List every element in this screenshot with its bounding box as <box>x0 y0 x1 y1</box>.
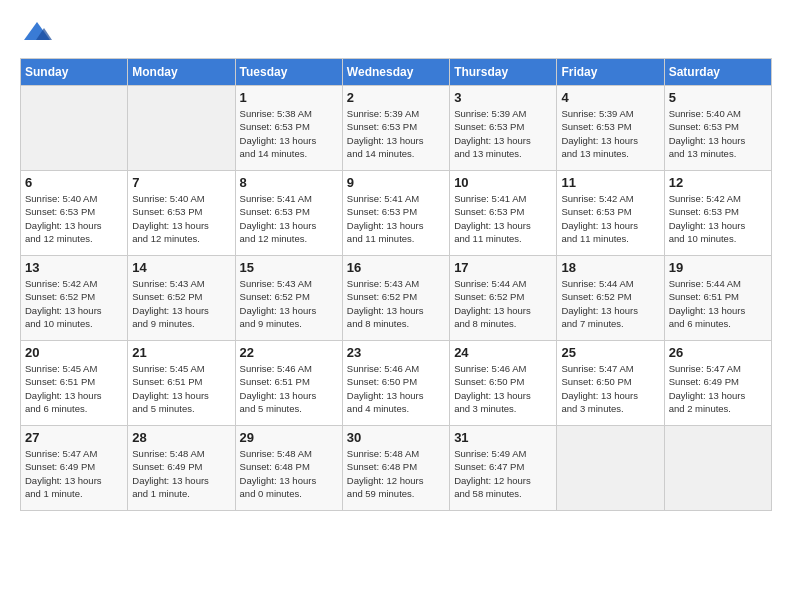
calendar-cell: 5Sunrise: 5:40 AM Sunset: 6:53 PM Daylig… <box>664 86 771 171</box>
calendar-cell: 23Sunrise: 5:46 AM Sunset: 6:50 PM Dayli… <box>342 341 449 426</box>
day-info: Sunrise: 5:45 AM Sunset: 6:51 PM Dayligh… <box>132 362 230 415</box>
calendar-header: SundayMondayTuesdayWednesdayThursdayFrid… <box>21 59 772 86</box>
day-info: Sunrise: 5:39 AM Sunset: 6:53 PM Dayligh… <box>454 107 552 160</box>
calendar-cell: 16Sunrise: 5:43 AM Sunset: 6:52 PM Dayli… <box>342 256 449 341</box>
day-info: Sunrise: 5:47 AM Sunset: 6:49 PM Dayligh… <box>669 362 767 415</box>
calendar-week-row: 13Sunrise: 5:42 AM Sunset: 6:52 PM Dayli… <box>21 256 772 341</box>
calendar-cell <box>128 86 235 171</box>
calendar-week-row: 6Sunrise: 5:40 AM Sunset: 6:53 PM Daylig… <box>21 171 772 256</box>
day-info: Sunrise: 5:45 AM Sunset: 6:51 PM Dayligh… <box>25 362 123 415</box>
day-info: Sunrise: 5:42 AM Sunset: 6:52 PM Dayligh… <box>25 277 123 330</box>
calendar-cell: 28Sunrise: 5:48 AM Sunset: 6:49 PM Dayli… <box>128 426 235 511</box>
calendar-cell: 12Sunrise: 5:42 AM Sunset: 6:53 PM Dayli… <box>664 171 771 256</box>
day-number: 15 <box>240 260 338 275</box>
calendar-week-row: 1Sunrise: 5:38 AM Sunset: 6:53 PM Daylig… <box>21 86 772 171</box>
day-info: Sunrise: 5:40 AM Sunset: 6:53 PM Dayligh… <box>669 107 767 160</box>
day-number: 23 <box>347 345 445 360</box>
calendar-cell: 21Sunrise: 5:45 AM Sunset: 6:51 PM Dayli… <box>128 341 235 426</box>
day-number: 29 <box>240 430 338 445</box>
day-info: Sunrise: 5:42 AM Sunset: 6:53 PM Dayligh… <box>561 192 659 245</box>
day-info: Sunrise: 5:47 AM Sunset: 6:49 PM Dayligh… <box>25 447 123 500</box>
day-number: 26 <box>669 345 767 360</box>
day-number: 21 <box>132 345 230 360</box>
calendar-cell: 14Sunrise: 5:43 AM Sunset: 6:52 PM Dayli… <box>128 256 235 341</box>
calendar-cell: 9Sunrise: 5:41 AM Sunset: 6:53 PM Daylig… <box>342 171 449 256</box>
calendar-cell: 19Sunrise: 5:44 AM Sunset: 6:51 PM Dayli… <box>664 256 771 341</box>
calendar-cell: 29Sunrise: 5:48 AM Sunset: 6:48 PM Dayli… <box>235 426 342 511</box>
day-number: 1 <box>240 90 338 105</box>
calendar-week-row: 27Sunrise: 5:47 AM Sunset: 6:49 PM Dayli… <box>21 426 772 511</box>
day-number: 8 <box>240 175 338 190</box>
calendar-cell <box>664 426 771 511</box>
day-number: 28 <box>132 430 230 445</box>
day-info: Sunrise: 5:46 AM Sunset: 6:50 PM Dayligh… <box>454 362 552 415</box>
calendar-cell: 8Sunrise: 5:41 AM Sunset: 6:53 PM Daylig… <box>235 171 342 256</box>
calendar-cell: 24Sunrise: 5:46 AM Sunset: 6:50 PM Dayli… <box>450 341 557 426</box>
day-info: Sunrise: 5:38 AM Sunset: 6:53 PM Dayligh… <box>240 107 338 160</box>
day-number: 17 <box>454 260 552 275</box>
weekday-header-monday: Monday <box>128 59 235 86</box>
day-number: 14 <box>132 260 230 275</box>
day-info: Sunrise: 5:44 AM Sunset: 6:51 PM Dayligh… <box>669 277 767 330</box>
calendar-cell: 2Sunrise: 5:39 AM Sunset: 6:53 PM Daylig… <box>342 86 449 171</box>
day-number: 18 <box>561 260 659 275</box>
day-info: Sunrise: 5:47 AM Sunset: 6:50 PM Dayligh… <box>561 362 659 415</box>
day-info: Sunrise: 5:42 AM Sunset: 6:53 PM Dayligh… <box>669 192 767 245</box>
calendar-cell: 6Sunrise: 5:40 AM Sunset: 6:53 PM Daylig… <box>21 171 128 256</box>
day-number: 19 <box>669 260 767 275</box>
calendar-cell: 30Sunrise: 5:48 AM Sunset: 6:48 PM Dayli… <box>342 426 449 511</box>
day-info: Sunrise: 5:48 AM Sunset: 6:48 PM Dayligh… <box>240 447 338 500</box>
weekday-header-tuesday: Tuesday <box>235 59 342 86</box>
day-info: Sunrise: 5:41 AM Sunset: 6:53 PM Dayligh… <box>347 192 445 245</box>
day-info: Sunrise: 5:44 AM Sunset: 6:52 PM Dayligh… <box>454 277 552 330</box>
day-number: 9 <box>347 175 445 190</box>
day-info: Sunrise: 5:43 AM Sunset: 6:52 PM Dayligh… <box>132 277 230 330</box>
day-info: Sunrise: 5:46 AM Sunset: 6:50 PM Dayligh… <box>347 362 445 415</box>
calendar-cell: 26Sunrise: 5:47 AM Sunset: 6:49 PM Dayli… <box>664 341 771 426</box>
day-number: 2 <box>347 90 445 105</box>
day-number: 4 <box>561 90 659 105</box>
day-number: 6 <box>25 175 123 190</box>
calendar-cell: 18Sunrise: 5:44 AM Sunset: 6:52 PM Dayli… <box>557 256 664 341</box>
calendar-cell <box>21 86 128 171</box>
calendar-cell: 20Sunrise: 5:45 AM Sunset: 6:51 PM Dayli… <box>21 341 128 426</box>
calendar-body: 1Sunrise: 5:38 AM Sunset: 6:53 PM Daylig… <box>21 86 772 511</box>
day-number: 16 <box>347 260 445 275</box>
day-info: Sunrise: 5:49 AM Sunset: 6:47 PM Dayligh… <box>454 447 552 500</box>
day-number: 7 <box>132 175 230 190</box>
day-info: Sunrise: 5:40 AM Sunset: 6:53 PM Dayligh… <box>25 192 123 245</box>
day-info: Sunrise: 5:44 AM Sunset: 6:52 PM Dayligh… <box>561 277 659 330</box>
page-header <box>20 20 772 48</box>
weekday-header-saturday: Saturday <box>664 59 771 86</box>
day-number: 20 <box>25 345 123 360</box>
day-info: Sunrise: 5:43 AM Sunset: 6:52 PM Dayligh… <box>347 277 445 330</box>
calendar-cell: 4Sunrise: 5:39 AM Sunset: 6:53 PM Daylig… <box>557 86 664 171</box>
calendar-cell: 31Sunrise: 5:49 AM Sunset: 6:47 PM Dayli… <box>450 426 557 511</box>
calendar-cell: 13Sunrise: 5:42 AM Sunset: 6:52 PM Dayli… <box>21 256 128 341</box>
calendar-cell: 11Sunrise: 5:42 AM Sunset: 6:53 PM Dayli… <box>557 171 664 256</box>
weekday-header-friday: Friday <box>557 59 664 86</box>
calendar-cell: 27Sunrise: 5:47 AM Sunset: 6:49 PM Dayli… <box>21 426 128 511</box>
day-number: 22 <box>240 345 338 360</box>
day-number: 13 <box>25 260 123 275</box>
day-info: Sunrise: 5:40 AM Sunset: 6:53 PM Dayligh… <box>132 192 230 245</box>
weekday-header-thursday: Thursday <box>450 59 557 86</box>
day-info: Sunrise: 5:39 AM Sunset: 6:53 PM Dayligh… <box>347 107 445 160</box>
calendar-cell: 3Sunrise: 5:39 AM Sunset: 6:53 PM Daylig… <box>450 86 557 171</box>
calendar-cell <box>557 426 664 511</box>
day-number: 12 <box>669 175 767 190</box>
day-number: 24 <box>454 345 552 360</box>
weekday-header-sunday: Sunday <box>21 59 128 86</box>
calendar-cell: 1Sunrise: 5:38 AM Sunset: 6:53 PM Daylig… <box>235 86 342 171</box>
day-number: 5 <box>669 90 767 105</box>
day-info: Sunrise: 5:41 AM Sunset: 6:53 PM Dayligh… <box>240 192 338 245</box>
day-info: Sunrise: 5:48 AM Sunset: 6:48 PM Dayligh… <box>347 447 445 500</box>
weekday-header-row: SundayMondayTuesdayWednesdayThursdayFrid… <box>21 59 772 86</box>
day-number: 11 <box>561 175 659 190</box>
day-info: Sunrise: 5:43 AM Sunset: 6:52 PM Dayligh… <box>240 277 338 330</box>
day-info: Sunrise: 5:46 AM Sunset: 6:51 PM Dayligh… <box>240 362 338 415</box>
weekday-header-wednesday: Wednesday <box>342 59 449 86</box>
calendar-week-row: 20Sunrise: 5:45 AM Sunset: 6:51 PM Dayli… <box>21 341 772 426</box>
calendar-cell: 7Sunrise: 5:40 AM Sunset: 6:53 PM Daylig… <box>128 171 235 256</box>
day-info: Sunrise: 5:48 AM Sunset: 6:49 PM Dayligh… <box>132 447 230 500</box>
